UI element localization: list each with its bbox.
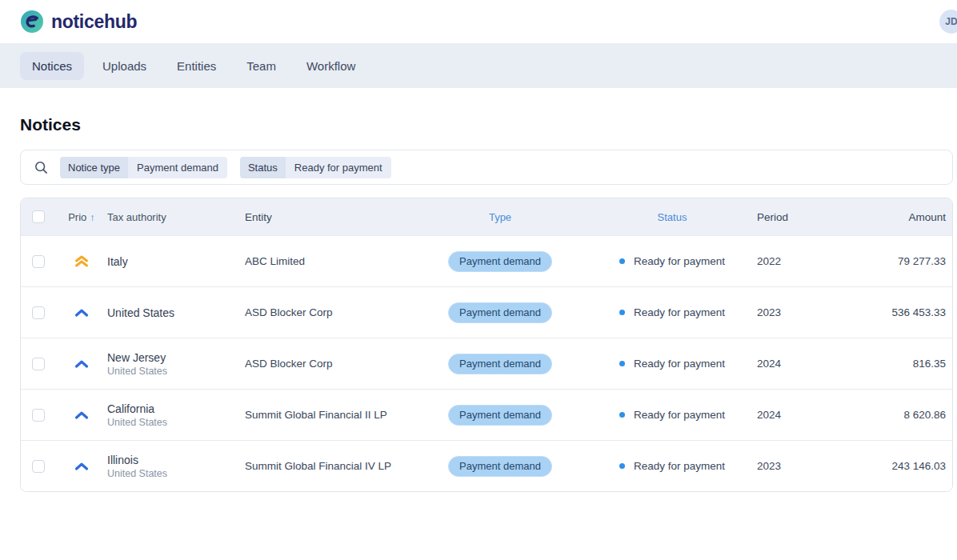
status-cell: Ready for payment [619, 255, 725, 267]
status-cell: Ready for payment [619, 306, 725, 318]
filter-chip-notice-type[interactable]: Notice type Payment demand [60, 157, 227, 178]
type-badge: Payment demand [448, 456, 552, 477]
amount: 816.35 [845, 358, 952, 370]
status-dot-icon [619, 258, 625, 264]
notices-table: Prio ↑ Tax authority Entity Type Status … [20, 198, 953, 492]
type-badge: Payment demand [448, 302, 552, 323]
avatar[interactable]: JD [939, 10, 957, 34]
tax-authority: Illinois [107, 454, 245, 466]
select-all-checkbox[interactable] [32, 210, 45, 223]
column-header-tax-authority[interactable]: Tax authority [107, 211, 245, 223]
entity-name: ABC Limited [245, 255, 413, 267]
tab-uploads[interactable]: Uploads [90, 52, 158, 80]
priority-high-icon [74, 462, 90, 471]
table-body: Italy ABC Limited Payment demand Ready f… [21, 235, 952, 491]
column-header-type[interactable]: Type [413, 211, 587, 223]
filter-key[interactable]: Status [240, 157, 286, 178]
tax-authority: California [107, 402, 245, 415]
status-text: Ready for payment [634, 460, 725, 472]
row-checkbox[interactable] [32, 409, 45, 422]
tax-authority-country: United States [107, 366, 245, 377]
period: 2024 [757, 409, 845, 421]
user-menu[interactable]: JD Joh Sur [939, 10, 957, 34]
filter-key[interactable]: Notice type [60, 157, 128, 178]
table-row[interactable]: United States ASD Blocker Corp Payment d… [21, 286, 952, 338]
entity-name: Summit Global Financial IV LP [245, 460, 413, 472]
entity-name: Summit Global Financial II LP [245, 409, 413, 421]
brand-logo[interactable]: noticehub [20, 10, 137, 34]
tax-authority: New Jersey [107, 351, 245, 364]
tax-authority-country: United States [107, 468, 245, 479]
page-title: Notices [20, 115, 957, 134]
table-row[interactable]: New Jersey United States ASD Blocker Cor… [21, 338, 952, 389]
period: 2024 [757, 358, 845, 370]
row-checkbox[interactable] [32, 306, 45, 319]
row-checkbox[interactable] [32, 460, 45, 473]
entity-name: ASD Blocker Corp [245, 358, 413, 370]
brand-name: noticehub [51, 11, 137, 33]
notices-page: Notices Notice type Payment demand Statu… [0, 88, 957, 492]
prio-header-label: Prio [68, 211, 86, 223]
status-text: Ready for payment [634, 255, 725, 267]
tax-authority-country: United States [107, 417, 245, 428]
table-row[interactable]: California United States Summit Global F… [21, 389, 952, 440]
priority-high-icon [74, 410, 90, 420]
column-header-period[interactable]: Period [757, 211, 845, 223]
period: 2023 [757, 460, 845, 472]
type-badge: Payment demand [448, 251, 552, 272]
status-text: Ready for payment [634, 409, 725, 421]
tab-notices[interactable]: Notices [20, 52, 84, 80]
filter-chips: Notice type Payment demand Status Ready … [60, 157, 391, 178]
sort-ascending-icon[interactable]: ↑ [90, 211, 95, 223]
status-dot-icon [619, 463, 625, 469]
column-header-amount[interactable]: Amount [845, 211, 952, 223]
amount: 79 277.33 [845, 255, 952, 267]
tab-workflow[interactable]: Workflow [294, 52, 367, 80]
tax-authority: United States [107, 306, 245, 319]
status-cell: Ready for payment [619, 358, 725, 370]
priority-high-icon [74, 359, 90, 369]
tab-entities[interactable]: Entities [165, 52, 228, 80]
search-icon[interactable] [34, 160, 49, 175]
noticehub-logo-icon [20, 10, 44, 34]
tax-authority: Italy [107, 255, 245, 268]
status-dot-icon [619, 361, 625, 366]
table-row[interactable]: Illinois United States Summit Global Fin… [21, 440, 952, 491]
filter-value[interactable]: Ready for payment [286, 157, 391, 178]
status-text: Ready for payment [634, 358, 725, 370]
type-badge: Payment demand [448, 354, 552, 374]
column-header-entity[interactable]: Entity [245, 211, 413, 223]
status-text: Ready for payment [634, 306, 725, 318]
status-cell: Ready for payment [619, 409, 725, 421]
period: 2023 [757, 306, 845, 318]
type-badge: Payment demand [448, 405, 552, 426]
amount: 8 620.86 [845, 409, 952, 421]
main-nav: Notices Uploads Entities Team Workflow [0, 43, 957, 88]
column-header-prio[interactable]: Prio ↑ [56, 211, 107, 223]
priority-highest-icon [74, 254, 90, 268]
table-row[interactable]: Italy ABC Limited Payment demand Ready f… [21, 235, 952, 286]
status-cell: Ready for payment [619, 460, 725, 472]
row-checkbox[interactable] [32, 255, 45, 268]
filter-chip-status[interactable]: Status Ready for payment [240, 157, 391, 178]
column-header-status[interactable]: Status [587, 211, 757, 223]
filter-value[interactable]: Payment demand [128, 157, 227, 178]
amount: 243 146.03 [845, 460, 952, 472]
status-dot-icon [619, 412, 625, 418]
app-header: noticehub JD Joh Sur [0, 0, 957, 43]
row-checkbox[interactable] [32, 358, 45, 370]
table-header-row: Prio ↑ Tax authority Entity Type Status … [21, 198, 952, 235]
amount: 536 453.33 [845, 306, 952, 318]
period: 2022 [757, 255, 845, 267]
entity-name: ASD Blocker Corp [245, 306, 413, 318]
priority-high-icon [74, 308, 90, 318]
status-dot-icon [619, 310, 625, 315]
filter-bar[interactable]: Notice type Payment demand Status Ready … [20, 150, 953, 185]
tab-team[interactable]: Team [234, 52, 288, 80]
